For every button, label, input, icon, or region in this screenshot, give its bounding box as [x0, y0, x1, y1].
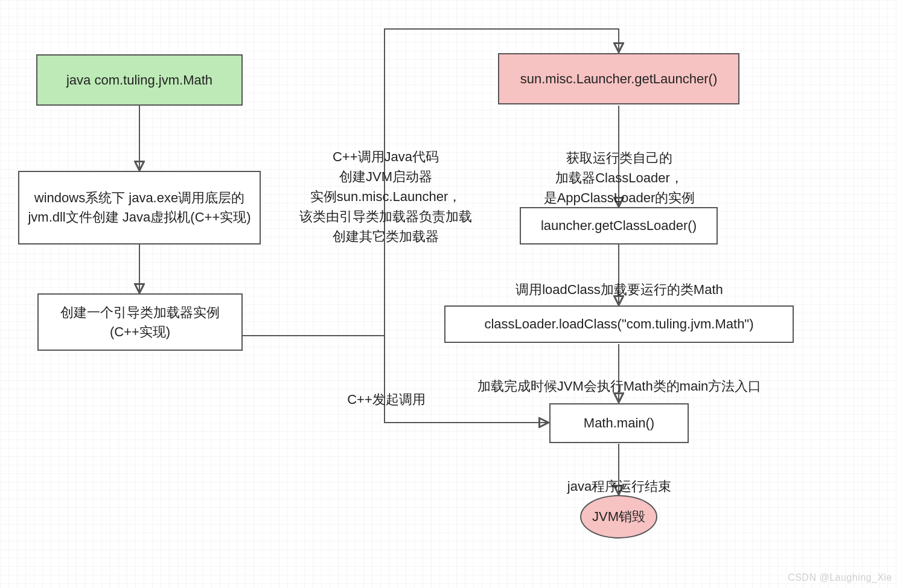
edge-label-program-end: java程序运行结束	[555, 456, 683, 496]
node-destroy: JVM销毁	[580, 495, 657, 538]
node-main-label: Math.main()	[584, 414, 654, 433]
node-main: Math.main()	[549, 403, 689, 443]
node-get-loader: launcher.getClassLoader()	[520, 207, 718, 244]
node-start-label: java com.tuling.jvm.Math	[66, 71, 212, 90]
node-boot-loader: 创建一个引导类加载器实例 (C++实现)	[37, 293, 243, 351]
edge-label-cpp-call-java: C++调用Java代码 创建JVM启动器 实例sun.misc.Launcher…	[285, 127, 487, 246]
edge-label-load-math: 调用loadClass加载要运行的类Math	[501, 260, 738, 299]
node-launcher-label: sun.misc.Launcher.getLauncher()	[520, 69, 718, 89]
node-get-loader-label: launcher.getClassLoader()	[541, 216, 697, 235]
edge-label-exec-main: 加载完成时候JVM会执行Math类的main方法入口	[465, 356, 774, 396]
node-start: java com.tuling.jvm.Math	[36, 54, 243, 106]
node-destroy-label: JVM销毁	[592, 508, 645, 526]
edge-label-get-runtime-loader: 获取运行类自己的 加载器ClassLoader， 是AppClassLoader…	[524, 128, 715, 208]
node-jvm-create: windows系统下 java.exe调用底层的jvm.dll文件创建 Java…	[18, 171, 261, 244]
node-load-class-label: classLoader.loadClass("com.tuling.jvm.Ma…	[484, 315, 753, 334]
watermark: CSDN @Laughing_Xie	[788, 572, 892, 583]
node-load-class: classLoader.loadClass("com.tuling.jvm.Ma…	[444, 305, 794, 343]
node-boot-loader-label: 创建一个引导类加载器实例 (C++实现)	[45, 303, 235, 342]
node-jvm-create-label: windows系统下 java.exe调用底层的jvm.dll文件创建 Java…	[25, 188, 254, 227]
node-launcher: sun.misc.Launcher.getLauncher()	[498, 53, 739, 104]
edge-label-cpp-invoke: C++发起调用	[338, 369, 435, 409]
